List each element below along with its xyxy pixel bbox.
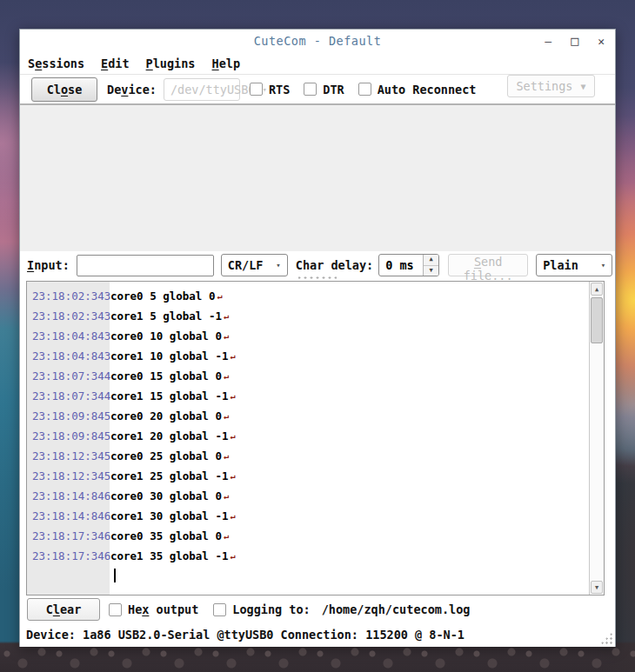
toolbar: Close Device: /dev/ttyUSB0 ▾ RTS DTR Aut… — [20, 74, 615, 103]
chevron-down-icon: ▾ — [269, 261, 280, 269]
line-ending-icon: ↵ — [224, 531, 229, 541]
input-field[interactable] — [77, 255, 214, 276]
line-ending-icon: ↵ — [230, 391, 235, 401]
log-line: 23:18:04:843core0 10 global 0↵ — [27, 326, 589, 346]
line-ending-select[interactable]: CR/LF ▾ — [221, 254, 288, 276]
resize-grip[interactable] — [600, 632, 612, 644]
log-line: 23:18:14:846core0 30 global 0↵ — [27, 486, 589, 506]
line-ending-icon: ↵ — [224, 491, 229, 501]
line-ending-value: CR/LF — [228, 258, 264, 272]
close-window-button[interactable]: ✕ — [598, 36, 605, 47]
menubar: Sessions Edit Plugins Help — [20, 53, 615, 74]
dtr-checkbox-group: DTR — [304, 83, 344, 96]
command-history-panel — [20, 103, 615, 251]
text-cursor — [114, 569, 116, 582]
menu-edit[interactable]: Edit — [101, 57, 130, 70]
line-ending-icon: ↵ — [230, 351, 235, 361]
log-lines: 23:18:02:343core0 5 global 0↵23:18:02:34… — [27, 282, 589, 595]
scrollbar-thumb[interactable] — [591, 297, 603, 343]
log-message: core1 20 global -1 — [110, 429, 228, 442]
log-message: core0 5 global 0 — [110, 289, 215, 303]
auto-reconnect-checkbox-group: Auto Reconnect — [358, 83, 477, 96]
log-timestamp: 23:18:14:846 — [27, 489, 104, 502]
log-file-path: /home/zqh/cutecom.log — [322, 602, 471, 616]
log-message: core1 30 global -1 — [110, 509, 228, 522]
spin-down-button[interactable]: ▼ — [424, 266, 438, 276]
spin-up-button[interactable]: ▲ — [424, 255, 438, 266]
log-scrollbar[interactable]: ▲ ▼ — [589, 282, 604, 595]
log-line: 23:18:12:345core0 25 global 0↵ — [27, 446, 589, 466]
log-timestamp: 23:18:09:845 — [27, 429, 104, 442]
dtr-checkbox[interactable] — [304, 83, 317, 96]
menu-sessions[interactable]: Sessions — [28, 57, 84, 70]
menu-plugins[interactable]: Plugins — [146, 57, 196, 70]
log-timestamp: 23:18:17:346 — [27, 549, 104, 562]
log-timestamp: 23:18:07:344 — [27, 369, 104, 383]
close-port-button[interactable]: Close — [31, 77, 97, 102]
log-line: 23:18:09:845core1 20 global -1↵ — [27, 426, 589, 446]
logging-checkbox[interactable] — [213, 603, 226, 616]
titlebar: CuteCom - Default — □ ✕ — [20, 30, 615, 53]
spinner-buttons: ▲ ▼ — [423, 255, 438, 276]
log-message: core0 35 global 0 — [110, 529, 222, 542]
log-message: core1 15 global -1 — [110, 389, 228, 403]
log-message: core0 20 global 0 — [110, 409, 222, 422]
scroll-down-button[interactable]: ▼ — [591, 581, 603, 594]
char-delay-value[interactable]: 0 ms — [379, 255, 423, 276]
line-ending-icon: ↵ — [230, 471, 235, 481]
display-mode-value: Plain — [543, 258, 578, 272]
clear-button[interactable]: Clear — [27, 598, 100, 621]
chevron-down-icon: ▾ — [594, 261, 605, 269]
logging-checkbox-group: Logging to: — [213, 602, 310, 616]
log-output[interactable]: 23:18:02:343core0 5 global 0↵23:18:02:34… — [26, 281, 605, 595]
log-line: 23:18:02:343core1 5 global -1↵ — [27, 306, 589, 326]
auto-reconnect-checkbox[interactable] — [358, 83, 371, 96]
display-mode-select[interactable]: Plain ▾ — [536, 254, 612, 276]
log-line: 23:18:07:344core0 15 global 0↵ — [27, 366, 589, 386]
dtr-label: DTR — [323, 83, 344, 96]
desktop-wallpaper: CuteCom - Default — □ ✕ Sessions Edit Pl… — [0, 0, 635, 672]
auto-reconnect-label: Auto Reconnect — [378, 83, 477, 96]
settings-button[interactable]: Settings ▼ — [507, 75, 595, 97]
log-timestamp: 23:18:07:344 — [27, 389, 104, 403]
log-message: core1 10 global -1 — [110, 349, 228, 363]
menu-help[interactable]: Help — [212, 57, 241, 70]
log-timestamp: 23:18:09:845 — [27, 409, 104, 422]
log-line: 23:18:09:845core0 20 global 0↵ — [27, 406, 589, 426]
line-ending-icon: ↵ — [224, 371, 229, 381]
log-timestamp: 23:18:04:843 — [27, 349, 104, 363]
device-select[interactable]: /dev/ttyUSB0 ▾ — [164, 78, 240, 101]
window-controls: — □ ✕ — [545, 30, 605, 53]
log-line: 23:18:07:344core1 15 global -1↵ — [27, 386, 589, 406]
log-timestamp: 23:18:02:343 — [27, 289, 104, 303]
rts-checkbox-group: RTS — [250, 83, 290, 96]
minimize-button[interactable]: — — [545, 36, 551, 47]
log-line: 23:18:04:843core1 10 global -1↵ — [27, 346, 589, 366]
line-ending-icon: ↵ — [224, 451, 229, 461]
logging-label: Logging to: — [232, 602, 310, 616]
splitter-handle[interactable] — [298, 276, 337, 280]
log-message: core0 25 global 0 — [110, 449, 222, 462]
connection-status-text: Device: 1a86 USB2.0-Serial @ttyUSB0 Conn… — [26, 628, 465, 642]
line-ending-icon: ↵ — [230, 551, 235, 561]
log-line: 23:18:02:343core0 5 global 0↵ — [27, 286, 589, 306]
hex-output-checkbox-group: Hex output — [109, 602, 198, 616]
log-message: core0 10 global 0 — [110, 329, 222, 343]
log-line: 23:18:14:846core1 30 global -1↵ — [27, 506, 589, 526]
send-file-button[interactable]: Send file... — [448, 254, 528, 276]
rts-checkbox[interactable] — [250, 83, 263, 96]
log-timestamp: 23:18:17:346 — [27, 529, 104, 542]
char-delay-label: Char delay: — [296, 258, 373, 272]
device-label: Device: — [107, 83, 157, 96]
bottom-bar: Clear Hex output Logging to: /home/zqh/c… — [20, 597, 615, 622]
log-line: 23:18:17:346core0 35 global 0↵ — [27, 526, 589, 546]
maximize-button[interactable]: □ — [571, 35, 578, 48]
char-delay-spinbox: 0 ms ▲ ▼ — [378, 254, 439, 276]
line-ending-icon: ↵ — [217, 291, 222, 301]
rts-label: RTS — [269, 83, 290, 96]
hex-output-checkbox[interactable] — [109, 603, 122, 616]
log-line: 23:18:17:346core1 35 global -1↵ — [27, 546, 589, 566]
scroll-up-button[interactable]: ▲ — [591, 283, 603, 296]
log-message: core1 25 global -1 — [110, 469, 228, 482]
log-timestamp: 23:18:14:846 — [27, 509, 104, 522]
